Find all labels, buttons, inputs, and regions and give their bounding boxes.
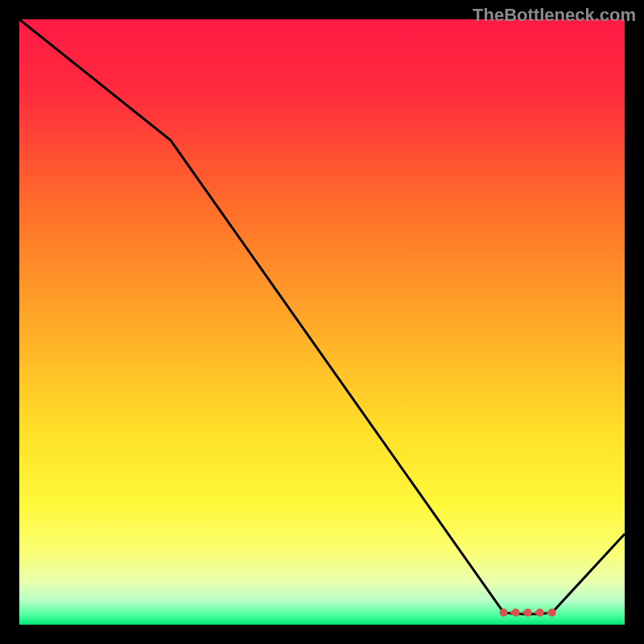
marker-dot: [500, 609, 508, 617]
marker-dot: [524, 609, 532, 617]
marker-dot: [512, 609, 520, 617]
marker-dot: [548, 609, 556, 617]
curve-layer: [19, 19, 625, 625]
plot-area: [19, 19, 625, 625]
bottleneck-curve-line: [19, 19, 625, 614]
bottleneck-chart: TheBottleneck.com: [0, 0, 644, 644]
marker-dot: [536, 609, 544, 617]
attribution-text: TheBottleneck.com: [473, 5, 636, 26]
